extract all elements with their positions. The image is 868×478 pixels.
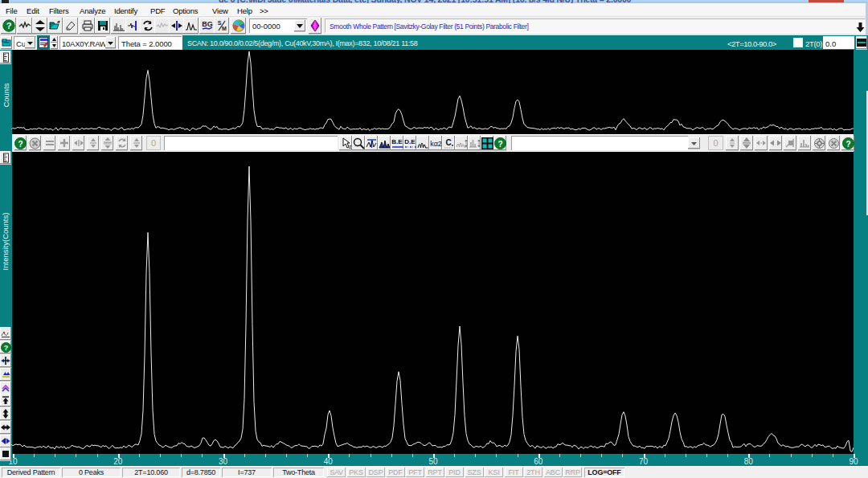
svg-text:?: ? [3, 344, 8, 352]
